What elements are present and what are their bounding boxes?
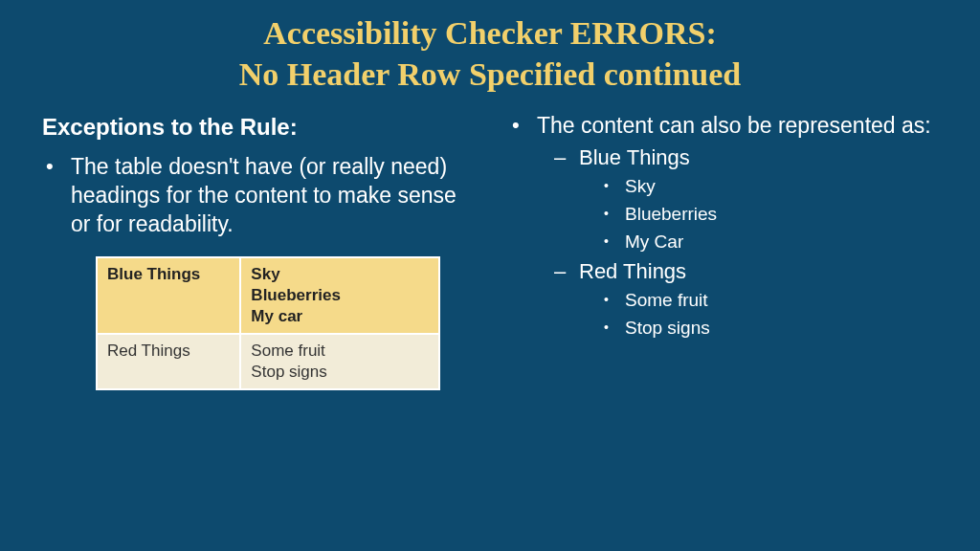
- example-table-wrapper: Blue Things Sky Blueberries My car Red T…: [96, 256, 440, 390]
- content-columns: Exceptions to the Rule: The table doesn'…: [0, 95, 980, 390]
- right-column: The content can also be represented as: …: [504, 112, 942, 390]
- right-bullet-1: The content can also be represented as: …: [508, 112, 942, 341]
- sublist-label: Blue Things: [579, 145, 690, 169]
- exceptions-heading: Exceptions to the Rule:: [42, 112, 476, 142]
- left-bullet-1: The table doesn't have (or really need) …: [42, 153, 476, 239]
- cell-line: Some fruit: [251, 342, 324, 360]
- right-bullet-1-text: The content can also be represented as:: [537, 113, 931, 138]
- table-cell: Sky Blueberries My car: [240, 257, 439, 334]
- table-row: Blue Things Sky Blueberries My car: [97, 257, 439, 334]
- table-row: Red Things Some fruit Stop signs: [97, 334, 439, 389]
- slide-title: Accessibility Checker ERRORS: No Header …: [0, 0, 980, 95]
- cell-line: My car: [251, 307, 302, 325]
- red-items: Some fruit Stop signs: [579, 289, 942, 340]
- list-item: Stop signs: [602, 317, 942, 341]
- list-item: Sky: [602, 175, 942, 199]
- list-item: My Car: [602, 231, 942, 254]
- list-item: Blueberries: [602, 203, 942, 227]
- blue-items: Sky Blueberries My Car: [579, 175, 942, 253]
- left-bullet-list: The table doesn't have (or really need) …: [38, 153, 476, 239]
- sublist-item-blue: Blue Things Sky Blueberries My Car: [554, 144, 942, 254]
- right-sublist: Blue Things Sky Blueberries My Car Red T…: [537, 144, 942, 341]
- list-item: Some fruit: [602, 289, 942, 313]
- right-bullet-list: The content can also be represented as: …: [504, 112, 942, 341]
- table-cell: Blue Things: [97, 257, 240, 334]
- sublist-label: Red Things: [579, 259, 686, 283]
- left-column: Exceptions to the Rule: The table doesn'…: [38, 112, 476, 390]
- cell-line: Blueberries: [251, 286, 341, 304]
- cell-line: Sky: [251, 265, 279, 283]
- sublist-item-red: Red Things Some fruit Stop signs: [554, 258, 942, 341]
- title-line-1: Accessibility Checker ERRORS:: [263, 15, 716, 51]
- table-cell: Red Things: [97, 334, 240, 389]
- title-line-2: No Header Row Specified continued: [239, 56, 741, 92]
- example-table: Blue Things Sky Blueberries My car Red T…: [96, 256, 440, 390]
- cell-line: Stop signs: [251, 363, 326, 381]
- table-cell: Some fruit Stop signs: [240, 334, 439, 389]
